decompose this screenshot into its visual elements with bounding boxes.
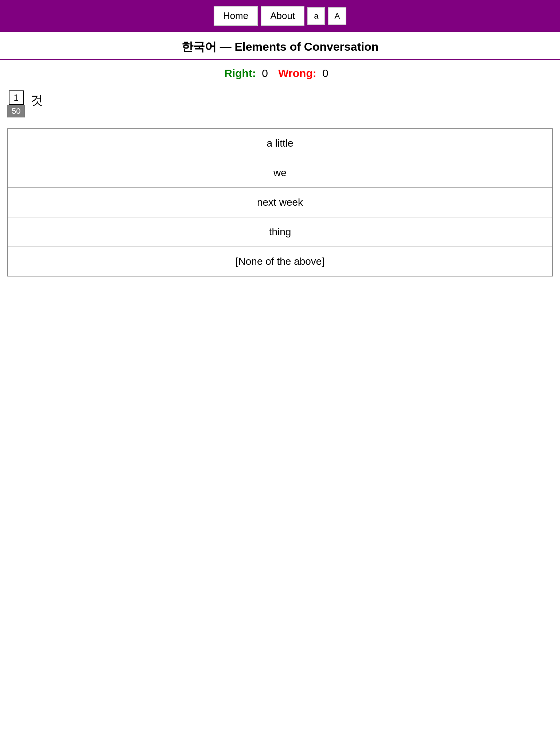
font-large-button[interactable]: A [328,7,346,25]
question-area: 1 50 것 [0,87,560,121]
right-label: Right: [224,67,256,79]
font-small-button[interactable]: a [307,7,325,25]
home-button[interactable]: Home [214,6,258,26]
question-total: 50 [7,105,25,117]
answer-choice-1[interactable]: a little [8,129,552,158]
page-title-container: 한국어 — Elements of Conversation [0,32,560,60]
wrong-value: 0 [322,67,328,79]
navbar: Home About a A [0,0,560,32]
score-section: Right: 0 Wrong: 0 [0,60,560,87]
page-title: 한국어 — Elements of Conversation [0,39,560,55]
answer-choice-5[interactable]: [None of the above] [8,247,552,276]
answer-choice-3[interactable]: next week [8,188,552,217]
answer-choices: a littlewenext weekthing[None of the abo… [7,128,553,276]
answer-choice-2[interactable]: we [8,158,552,188]
right-value: 0 [262,67,268,79]
question-counter: 1 50 [7,90,25,117]
question-word: 것 [31,90,43,109]
about-button[interactable]: About [261,6,304,26]
question-number: 1 [9,90,24,105]
answer-choice-4[interactable]: thing [8,217,552,247]
wrong-label: Wrong: [278,67,316,79]
